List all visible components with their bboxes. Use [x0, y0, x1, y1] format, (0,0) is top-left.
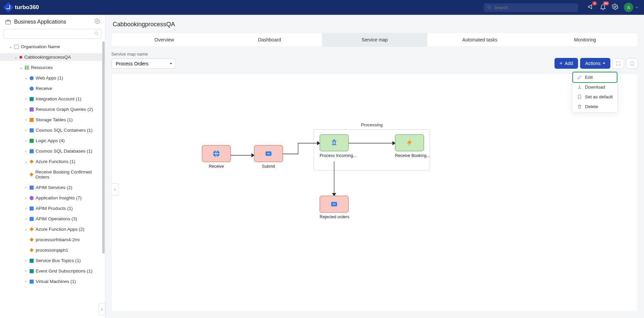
svg-point-8 — [333, 139, 335, 140]
resource-icon — [30, 118, 34, 122]
group-label: Processing — [314, 122, 430, 127]
diagram-node-booking[interactable]: Receive Booking... — [395, 134, 430, 158]
sidebar-settings-button[interactable] — [94, 18, 100, 26]
svg-rect-2 — [6, 21, 11, 24]
tree-webapps[interactable]: ⌄Web Apps (1) — [0, 74, 105, 82]
tree-item[interactable]: ›Cosmos SQL Databases (1) — [0, 147, 105, 155]
add-button[interactable]: +Add — [554, 58, 578, 69]
download-icon — [577, 85, 582, 90]
svg-rect-10 — [333, 203, 336, 205]
tree-item[interactable]: ›Resource Graph Queries (2) — [0, 105, 105, 113]
service-map-select[interactable]: Process Orders — [111, 59, 176, 69]
svg-point-3 — [97, 21, 98, 22]
svg-point-1 — [614, 6, 616, 8]
settings-button[interactable] — [612, 3, 618, 11]
global-search-input[interactable] — [494, 5, 575, 10]
menu-set-default[interactable]: Set as default — [573, 92, 617, 102]
tab-service-map[interactable]: Service map — [322, 33, 427, 46]
tree-azure-functions[interactable]: ⌄Azure Functions (1) — [0, 158, 105, 165]
menu-edit[interactable]: Edit — [573, 72, 617, 82]
arrow — [231, 153, 254, 157]
resource-icon — [30, 97, 34, 101]
page-title: CabbookingprocessQA — [105, 15, 644, 33]
resource-icon — [30, 128, 34, 132]
svg-point-4 — [95, 32, 98, 35]
tree-item[interactable]: ›Storage Tables (1) — [0, 116, 105, 124]
tree-function-app-child[interactable]: processorqaph1 — [0, 246, 105, 254]
notifications-button[interactable]: 54 — [600, 3, 606, 11]
tree-item[interactable]: ›Application Insights (7) — [0, 194, 105, 202]
chevron-down-icon — [635, 5, 639, 10]
fullscreen-button[interactable] — [612, 58, 624, 69]
sidebar-collapse-handle[interactable]: ‹ — [99, 303, 105, 315]
notifications-badge: 54 — [603, 1, 609, 5]
canvas-expand-handle[interactable]: › — [111, 183, 119, 195]
avatar: S — [624, 3, 633, 12]
tab-dashboard[interactable]: Dashboard — [217, 33, 322, 46]
resources-icon — [25, 66, 29, 70]
tab-monitoring[interactable]: Monitoring — [532, 33, 638, 46]
sidebar-title: Business Applications — [14, 19, 66, 25]
global-search[interactable] — [484, 3, 578, 12]
tree-webapp-child[interactable]: Receive — [0, 85, 105, 92]
trash-icon — [577, 104, 582, 109]
svg-point-0 — [488, 6, 491, 8]
tree-item[interactable]: ›Virtual Machines (1) — [0, 278, 105, 285]
actions-button[interactable]: Actions — [580, 58, 610, 69]
resource-icon — [30, 149, 34, 153]
brand-name: turbo360 — [15, 4, 39, 11]
resource-icon — [30, 139, 34, 143]
resource-icon — [30, 269, 34, 273]
sidebar-search[interactable] — [3, 29, 102, 39]
scrollbar-thumb[interactable] — [102, 41, 105, 254]
brand-logo[interactable]: turbo360 — [5, 4, 39, 11]
bolt-icon — [405, 138, 414, 147]
diagram-node-receive[interactable]: Receive — [202, 145, 231, 169]
resource-icon — [30, 217, 34, 221]
service-map-label: Service map name — [111, 52, 176, 57]
tree-item[interactable]: ›Event Grid Subscriptions (1) — [0, 267, 105, 275]
tree-item[interactable]: ›Logic Apps (4) — [0, 137, 105, 145]
tree-item[interactable]: ›APIM Products (1) — [0, 204, 105, 212]
tree-item[interactable]: ›Service Bus Topics (1) — [0, 257, 105, 264]
function-icon — [30, 227, 34, 231]
edit-icon — [577, 75, 582, 80]
webapp-icon — [30, 76, 34, 80]
tree-item[interactable]: ›Integration Account (1) — [0, 95, 105, 103]
diagram-node-process[interactable]: Process Incoming... — [320, 134, 357, 158]
tree-function-app-child[interactable]: processorfnbam4-2mi — [0, 236, 105, 244]
function-icon — [30, 248, 34, 252]
resource-icon — [30, 186, 34, 190]
menu-download[interactable]: Download — [573, 82, 617, 92]
diagram-canvas[interactable]: › Processing Receive Submit — [111, 73, 638, 312]
tree-item[interactable]: ›APIM Operations (3) — [0, 215, 105, 223]
tree-org[interactable]: ⌄Organisation Name — [0, 43, 105, 51]
page-tabs: Overview Dashboard Service map Automated… — [111, 33, 638, 47]
diagram-node-submit[interactable]: Submit — [254, 145, 283, 169]
tree-azure-function-apps[interactable]: ⌄Azure Function Apps (2) — [0, 225, 105, 233]
tree-app[interactable]: ⌄CabbookingprocessQA — [0, 53, 105, 61]
bookmark-icon — [577, 94, 582, 99]
status-dot-icon — [20, 56, 22, 59]
resource-icon — [30, 196, 34, 200]
gear-icon — [612, 3, 618, 10]
apps-icon — [5, 19, 11, 25]
globe-icon — [212, 149, 221, 158]
tree-item[interactable]: ›APIM Services (2) — [0, 184, 105, 191]
refresh-button[interactable] — [626, 58, 638, 69]
sidebar-search-input[interactable] — [3, 29, 102, 39]
user-menu[interactable]: S — [624, 3, 639, 12]
tree-resources[interactable]: ⌄Resources — [0, 64, 105, 71]
announcements-button[interactable]: 3 — [587, 3, 594, 11]
resource-tree: ⌄Organisation Name ⌄CabbookingprocessQA … — [0, 41, 105, 318]
logicapp-icon — [330, 200, 338, 209]
menu-delete[interactable]: Delete — [573, 102, 617, 112]
folder-icon — [14, 45, 19, 49]
logo-mark-icon — [3, 2, 13, 12]
tab-automated-tasks[interactable]: Automated tasks — [427, 33, 533, 46]
tab-overview[interactable]: Overview — [112, 33, 217, 46]
tree-function-child[interactable]: Receive Booking Confirmed Orders — [0, 168, 105, 181]
svg-rect-7 — [267, 153, 270, 154]
diagram-node-rejected[interactable]: Rejected orders — [320, 196, 349, 220]
tree-item[interactable]: ›Cosmos SQL Containers (1) — [0, 126, 105, 134]
